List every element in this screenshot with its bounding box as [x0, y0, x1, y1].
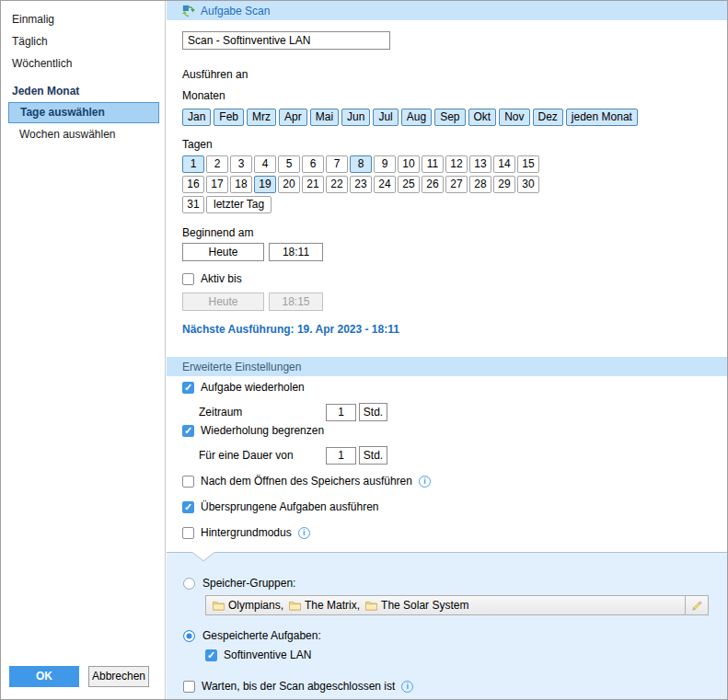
month-button[interactable]: Jul [373, 109, 398, 126]
limit-repeat-row: Wiederholung begrenzen [182, 424, 324, 437]
group-chip: Olympians, [213, 599, 283, 612]
day-button[interactable]: 15 [517, 155, 539, 173]
duration-value-input[interactable] [326, 447, 356, 465]
days-row-3: 31letzter Tag [182, 196, 273, 213]
end-date-button[interactable]: Heute [182, 293, 264, 311]
day-button[interactable]: 8 [350, 155, 372, 173]
day-button[interactable]: 25 [398, 176, 420, 193]
storage-groups-field[interactable]: Olympians, The Matrix, [205, 595, 709, 615]
period-row: Zeitraum Std. [199, 403, 387, 421]
saved-tasks-radio[interactable] [183, 630, 195, 642]
month-button[interactable]: Mrz [247, 109, 276, 126]
scan-icon [182, 5, 195, 17]
info-icon[interactable] [419, 476, 431, 488]
day-button[interactable]: 6 [302, 155, 324, 173]
day-button[interactable]: 28 [469, 176, 491, 193]
day-button[interactable]: 20 [278, 176, 300, 193]
month-button[interactable]: Dez [533, 109, 563, 126]
day-button[interactable]: 11 [422, 155, 444, 173]
day-button[interactable]: 23 [350, 176, 372, 193]
saved-task-row: Softinventive LAN [205, 648, 311, 661]
sidebar-item[interactable]: Täglich [1, 30, 165, 52]
task-scan-panel: Aufgabe Scan Ausführen an Monaten Jan Fe… [167, 1, 727, 699]
background-mode-label: Hintergrundmodus [201, 526, 292, 539]
start-time-button[interactable]: 18:11 [269, 243, 323, 261]
day-button[interactable]: 24 [374, 176, 396, 193]
advanced-settings-header: Erweiterte Einstellungen [167, 357, 727, 376]
day-button[interactable]: 31 [182, 196, 204, 213]
storage-groups-radio[interactable] [183, 578, 195, 590]
active-until-checkbox[interactable] [182, 273, 194, 285]
run-skipped-checkbox[interactable] [182, 501, 194, 513]
sidebar-item[interactable]: Tage auswählen [8, 102, 159, 123]
day-button[interactable]: 3 [230, 155, 252, 173]
month-button[interactable]: Nov [499, 109, 529, 126]
period-unit-button[interactable]: Std. [359, 403, 387, 421]
day-button[interactable]: 7 [326, 155, 348, 173]
duration-row: Für eine Dauer von Std. [199, 446, 387, 465]
background-mode-row: Hintergrundmodus [182, 526, 310, 539]
info-icon[interactable] [401, 681, 413, 693]
schedule-type-sidebar: Einmalig Täglich Wöchentlich Jeden Monat… [1, 1, 166, 699]
start-date-button[interactable]: Heute [182, 243, 264, 261]
day-button[interactable]: 5 [278, 155, 300, 173]
run-on-open-row: Nach dem Öffnen des Speichers ausführen [182, 475, 431, 488]
background-mode-checkbox[interactable] [182, 527, 194, 539]
repeat-task-checkbox[interactable] [182, 382, 194, 394]
day-button[interactable]: 18 [230, 176, 252, 193]
day-button[interactable]: 19 [254, 176, 276, 193]
day-button[interactable]: 27 [445, 176, 468, 193]
repeat-task-label: Aufgabe wiederholen [201, 381, 305, 394]
month-button[interactable]: Aug [401, 109, 432, 126]
task-name-input[interactable] [182, 31, 390, 50]
ok-button[interactable]: OK [9, 666, 79, 687]
month-button[interactable]: Sep [434, 109, 465, 126]
limit-repeat-label: Wiederholung begrenzen [201, 424, 324, 437]
folder-icon [289, 601, 301, 611]
day-button[interactable]: 1 [182, 155, 204, 173]
run-skipped-label: Übersprungene Aufgaben ausführen [201, 500, 378, 513]
end-row: Heute 18:15 [182, 293, 323, 311]
day-button[interactable]: 29 [493, 176, 515, 193]
day-button[interactable]: 16 [182, 176, 204, 193]
sidebar-item[interactable]: Wöchentlich [1, 52, 165, 75]
day-button[interactable]: 17 [206, 176, 228, 193]
day-button[interactable]: 10 [398, 155, 420, 173]
month-button[interactable]: Jun [341, 109, 370, 126]
day-button[interactable]: 9 [374, 155, 396, 173]
day-button[interactable]: 2 [206, 155, 228, 173]
period-label: Zeitraum [199, 406, 326, 419]
wait-scan-checkbox[interactable] [183, 681, 195, 693]
months-label: Monaten [182, 89, 225, 102]
day-button[interactable]: 12 [445, 155, 468, 173]
saved-task-checkbox[interactable] [205, 649, 217, 661]
month-button[interactable]: Okt [468, 109, 497, 126]
day-button[interactable]: 26 [422, 176, 444, 193]
day-button[interactable]: 14 [493, 155, 515, 173]
month-button[interactable]: Mai [310, 109, 339, 126]
end-time-button[interactable]: 18:15 [269, 293, 323, 311]
day-button[interactable]: 4 [254, 155, 276, 173]
sidebar-item[interactable]: Jeden Monat [1, 80, 165, 102]
edit-groups-button[interactable] [685, 596, 708, 614]
cancel-button[interactable]: Abbrechen [88, 666, 149, 687]
day-button[interactable]: 13 [469, 155, 491, 173]
storage-groups-row: Speicher-Gruppen: [183, 577, 295, 590]
month-button[interactable]: Jan [182, 109, 211, 126]
day-button[interactable]: 22 [326, 176, 348, 193]
duration-unit-button[interactable]: Std. [359, 446, 387, 465]
sidebar-item[interactable]: Wochen auswählen [1, 123, 165, 145]
info-icon[interactable] [298, 527, 310, 539]
day-button[interactable]: 30 [517, 176, 539, 193]
month-button[interactable]: Apr [279, 109, 307, 126]
day-button[interactable]: 21 [302, 176, 324, 193]
sidebar-item[interactable]: Einmalig [1, 8, 165, 30]
next-run-text: Nächste Ausführung: 19. Apr 2023 - 18:11 [182, 323, 399, 336]
period-value-input[interactable] [326, 404, 356, 421]
run-on-label: Ausführen an [182, 68, 248, 81]
day-button[interactable]: letzter Tag [206, 196, 272, 213]
month-button[interactable]: Feb [214, 109, 244, 126]
limit-repeat-checkbox[interactable] [182, 425, 194, 437]
month-button[interactable]: jeden Monat [566, 109, 638, 126]
run-on-open-checkbox[interactable] [182, 476, 194, 488]
